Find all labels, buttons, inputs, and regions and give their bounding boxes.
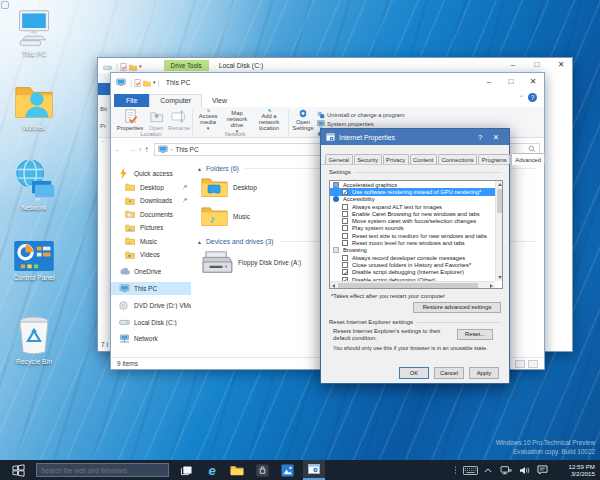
minimize-button[interactable]: – [502,58,524,72]
network-status-button[interactable] [497,460,515,480]
tab-content[interactable]: Content [410,154,437,164]
checkbox[interactable] [342,225,348,231]
tree-checkbox-row[interactable]: Reset text size to medium for new window… [330,232,502,239]
tree-checkbox-row[interactable]: Play system sounds [330,225,502,232]
photos-button[interactable] [276,460,298,480]
desktop-icon-this-pc[interactable]: This PC [3,8,65,57]
ok-button[interactable]: OK [399,367,429,379]
minimize-button[interactable]: – [478,73,500,90]
scrollbar-thumb[interactable] [338,283,478,288]
breadcrumb[interactable]: This PC [176,146,199,153]
scroll-left-icon[interactable] [332,284,335,288]
back-arrow-icon[interactable]: ← [114,145,122,154]
rename-button[interactable]: Rename [167,109,191,131]
tree-checkbox-row[interactable]: Reset zoom level for new windows and tab… [330,239,502,246]
properties-button[interactable]: Properties [115,109,145,131]
internet-explorer-button[interactable]: e [201,460,223,480]
advanced-settings-list[interactable]: Accelerated graphics Use software render… [329,180,503,289]
tree-checkbox-row[interactable]: Close unused folders in History and Favo… [330,261,502,268]
map-network-drive-button[interactable]: Map network drive▾ [222,109,252,131]
tab-security[interactable]: Security [354,154,382,164]
up-arrow-icon[interactable]: ↑ [145,145,149,154]
sidebar-item-downloads[interactable]: Downloads [111,194,191,207]
checkbox[interactable] [342,269,348,275]
volume-button[interactable] [515,460,533,480]
forward-arrow-icon[interactable]: → [128,145,136,154]
help-icon[interactable]: ? [528,93,537,102]
sidebar-item-this-pc[interactable]: This PC [111,282,191,295]
sidebar-item-documents[interactable]: Documents [111,208,191,221]
scroll-down-icon[interactable] [498,276,502,279]
desktop-icon-user-folder[interactable]: Wzorek [3,80,65,131]
back-window-file-tab-fragment[interactable] [98,83,110,95]
ribbon-collapse-icon[interactable]: ⌃ [519,94,524,101]
tab-connections[interactable]: Connections [438,154,477,164]
uninstall-program-button[interactable]: Uninstall or change a program [317,110,447,119]
sidebar-item-videos[interactable]: Videos [111,248,191,261]
front-window-titlebar[interactable]: | ▾ | This PC – □ ✕ [111,73,544,91]
add-network-location-button[interactable]: Add a network location [252,109,286,131]
internet-properties-dialog[interactable]: Internet Properties ? ✕ General Security… [320,128,510,384]
sidebar-item-quick-access[interactable]: Quick access [111,167,191,180]
tab-privacy[interactable]: Privacy [383,154,409,164]
tree-section[interactable]: Browsing [330,247,502,254]
maximize-button[interactable]: □ [500,73,522,90]
checkbox[interactable] [342,189,348,195]
open-settings-button[interactable]: Open Settings [290,109,316,131]
close-button[interactable]: ✕ [522,73,544,90]
back-window-titlebar[interactable]: | ▾ Drive Tools Local Disk (C:) – □ ✕ [98,58,572,73]
dialog-close-button[interactable]: ✕ [488,133,504,142]
tree-checkbox-row[interactable]: Disable script debugging (Internet Explo… [330,269,502,276]
sidebar-item-dvd-drive[interactable]: DVD Drive (D:) VMw [111,299,191,312]
checkbox[interactable] [342,211,348,217]
show-hidden-icons-button[interactable] [479,460,497,480]
tile-music[interactable]: ♪ Music [201,205,250,227]
close-button[interactable]: ✕ [550,58,572,72]
taskbar-clock[interactable]: 12:59 PM 3/2/2015 [555,463,595,478]
action-center-button[interactable] [533,460,551,480]
file-explorer-button[interactable] [226,460,248,480]
details-view-button[interactable] [515,360,525,368]
desktop-icon-network[interactable]: Network [3,158,65,211]
store-button[interactable] [251,460,273,480]
collapse-chevron-icon[interactable]: ▲ [197,166,202,172]
apply-button[interactable]: Apply [469,367,499,379]
cancel-button[interactable]: Cancel [434,367,464,379]
tree-checkbox-row[interactable]: Always expand ALT text for images [330,203,502,210]
reset-button[interactable]: Reset... [457,329,493,340]
tab-file[interactable]: File [114,94,149,107]
taskbar-search[interactable] [36,463,169,477]
checkbox[interactable] [342,255,348,261]
desktop-icon-recycle-bin[interactable]: Recycle Bin [3,312,65,365]
restore-advanced-settings-button[interactable]: Restore advanced settings [413,302,501,313]
qat-chevron-down-icon[interactable]: ▾ [153,79,156,85]
tree-checkbox-row[interactable]: Always record developer console messages [330,254,502,261]
sidebar-item-music[interactable]: ♪ Music [111,235,191,248]
collapse-chevron-icon[interactable]: ▲ [197,239,202,245]
vertical-scrollbar[interactable] [495,181,502,281]
folder-quick-icon[interactable] [143,73,151,91]
tree-checkbox-row[interactable]: Use software rendering instead of GPU re… [330,188,502,195]
checkbox[interactable] [342,233,348,239]
scrollbar-thumb[interactable] [497,189,502,213]
tree-section[interactable]: Accelerated graphics [330,181,502,188]
sidebar-item-pictures[interactable]: Pictures [111,221,191,234]
tile-floppy-drive[interactable]: Floppy Disk Drive (A:) [201,250,301,274]
tree-section[interactable]: Accessibility [330,196,502,203]
search-input[interactable] [41,467,164,474]
tree-checkbox-row[interactable]: Enable Caret Browsing for new windows an… [330,210,502,217]
sidebar-item-desktop[interactable]: Desktop [111,181,191,194]
touch-keyboard-button[interactable] [461,460,479,480]
start-button[interactable] [0,460,36,480]
sidebar-item-local-disk[interactable]: Local Disk (C:) [111,316,191,329]
qat-chevron-down-icon[interactable]: ▾ [139,63,142,69]
back-arrow-fragment[interactable]: ← [100,138,106,144]
open-button[interactable]: Open [145,109,167,131]
tree-checkbox-row[interactable]: Move system caret with focus/selection c… [330,217,502,224]
maximize-button[interactable]: □ [526,58,548,72]
horizontal-scrollbar[interactable] [330,281,495,288]
recent-locations-chevron-icon[interactable]: ▾ [139,146,142,152]
dialog-help-button[interactable]: ? [472,133,488,142]
sidebar-item-network[interactable]: Network [111,332,191,345]
checkbox[interactable] [342,262,348,268]
